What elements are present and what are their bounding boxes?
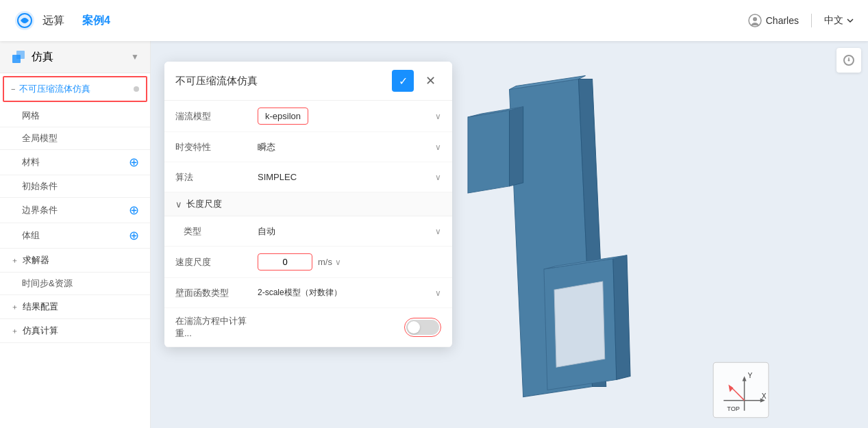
svg-rect-5 (16, 51, 25, 59)
header-right: Charles 中文 (748, 14, 854, 27)
wall-fn-row: 壁面函数类型 2-scale模型（对数律） ∨ (164, 278, 452, 308)
dialog-actions: ✓ ✕ (392, 70, 441, 92)
svg-marker-14 (510, 107, 523, 186)
time-property-arrow[interactable]: ∨ (435, 142, 441, 152)
wall-fn-value: 2-scale模型（对数律） ∨ (258, 287, 441, 299)
velocity-scale-row: 速度尺度 m/s ∨ (164, 247, 452, 278)
logo-icon (14, 10, 36, 32)
sidebar-title: 仿真 (32, 50, 53, 64)
simulation-icon (11, 49, 26, 64)
algorithm-value: SIMPLEC ∨ (258, 172, 441, 182)
sidebar-item-sim-compute[interactable]: ＋ 仿真计算 (0, 319, 150, 343)
type-value: 自动 ∨ (258, 225, 441, 238)
algorithm-select[interactable]: SIMPLEC (258, 172, 430, 182)
type-label: 类型 (175, 225, 258, 238)
sidebar-item-global-model[interactable]: 全局模型 (0, 127, 150, 150)
close-button[interactable]: ✕ (419, 70, 441, 92)
toggle-knob (408, 321, 420, 333)
language-selector[interactable]: 中文 (824, 14, 854, 27)
algorithm-row: 算法 SIMPLEC ∨ (164, 162, 452, 192)
wall-fn-select[interactable]: 2-scale模型（对数律） (258, 287, 430, 299)
time-property-label: 时变特性 (175, 141, 258, 153)
sidebar-item-boundary-condition[interactable]: 边界条件 ⊕ (0, 198, 150, 223)
sidebar-item-material[interactable]: 材料 ⊕ (0, 150, 150, 175)
length-scale-section: ∨ 长度尺度 (164, 192, 452, 216)
svg-marker-13 (468, 110, 510, 193)
gravity-turbulence-label: 在湍流方程中计算重... (175, 315, 258, 340)
result-config-label: 结果配置 (23, 301, 58, 313)
turbulence-model-arrow[interactable]: ∨ (435, 112, 441, 121)
main-layout: 仿真 ▼ − 不可压缩流体仿真 网格 全局模型 材料 ⊕ 初始条件 边界条件 ⊕… (0, 41, 868, 428)
gravity-turbulence-toggle-border (404, 318, 441, 337)
turbulence-model-value: k-epsilon ∨ (258, 108, 441, 125)
dialog-header: 不可压缩流体仿真 ✓ ✕ (164, 62, 452, 101)
algorithm-arrow[interactable]: ∨ (435, 173, 441, 182)
turbulence-model-row: 湍流模型 k-epsilon ∨ (164, 101, 452, 132)
sidebar-item-result-config[interactable]: ＋ 结果配置 (0, 295, 150, 319)
sidebar: 仿真 ▼ − 不可压缩流体仿真 网格 全局模型 材料 ⊕ 初始条件 边界条件 ⊕… (0, 41, 151, 428)
sidebar-item-initial-condition[interactable]: 初始条件 (0, 175, 150, 198)
type-arrow[interactable]: ∨ (435, 227, 441, 236)
sidebar-header-left: 仿真 (11, 49, 53, 64)
status-dot (134, 86, 139, 92)
dialog: 不可压缩流体仿真 ✓ ✕ 湍流模型 k-epsilon ∨ 时变特性 (164, 62, 452, 347)
add-boundary-icon[interactable]: ⊕ (129, 203, 139, 218)
body-group-label: 体组 (22, 229, 40, 242)
svg-text:Y: Y (748, 372, 753, 379)
time-property-select[interactable]: 瞬态 (258, 141, 430, 153)
type-row: 类型 自动 ∨ (164, 216, 452, 247)
velocity-scale-value: m/s ∨ (258, 253, 441, 270)
svg-marker-17 (554, 281, 605, 367)
time-property-row: 时变特性 瞬态 ∨ (164, 132, 452, 162)
solver-label: 求解器 (23, 254, 49, 266)
result-config-expand-icon: ＋ (11, 302, 18, 312)
sim-compute-label: 仿真计算 (23, 325, 58, 337)
svg-marker-18 (613, 255, 630, 380)
length-scale-label: 长度尺度 (186, 198, 222, 210)
wall-fn-arrow[interactable]: ∨ (435, 288, 441, 298)
dialog-body: 湍流模型 k-epsilon ∨ 时变特性 瞬态 ∨ 算法 (164, 101, 452, 347)
username: Charles (766, 15, 799, 26)
header-divider (811, 14, 812, 27)
sidebar-item-mesh[interactable]: 网格 (0, 105, 150, 127)
app-logo-text: 远算 (42, 14, 64, 28)
velocity-unit: m/s (318, 257, 332, 267)
material-label: 材料 (22, 156, 40, 168)
user-icon (748, 14, 762, 27)
velocity-unit-arrow[interactable]: ∨ (335, 257, 341, 267)
wall-fn-label: 壁面函数类型 (175, 287, 258, 299)
sidebar-collapse-icon[interactable]: ▼ (131, 52, 139, 62)
content-area: 不可压缩流体仿真 ✓ ✕ 湍流模型 k-epsilon ∨ 时变特性 (151, 41, 868, 428)
length-scale-collapse-icon[interactable]: ∨ (175, 199, 182, 210)
incompressible-label: 不可压缩流体仿真 (19, 83, 134, 95)
turbulence-model-select[interactable]: k-epsilon (258, 108, 308, 125)
time-property-value: 瞬态 ∨ (258, 141, 441, 153)
project-name: 案例4 (82, 14, 110, 28)
svg-text:X: X (762, 392, 767, 400)
algorithm-label: 算法 (175, 171, 258, 184)
svg-rect-20 (713, 362, 769, 418)
velocity-scale-input[interactable] (258, 253, 312, 270)
sim-compute-expand-icon: ＋ (11, 326, 18, 336)
dialog-title: 不可压缩流体仿真 (175, 75, 258, 88)
solver-expand-icon: ＋ (11, 255, 18, 266)
language-label: 中文 (824, 14, 843, 27)
type-select[interactable]: 自动 (258, 225, 430, 238)
sidebar-item-incompressible[interactable]: − 不可压缩流体仿真 (3, 76, 147, 102)
logo-area: 远算 案例4 (14, 10, 110, 32)
gravity-turbulence-toggle[interactable] (406, 320, 439, 335)
chevron-down-icon (846, 16, 854, 25)
sidebar-header: 仿真 ▼ (0, 41, 150, 73)
add-material-icon[interactable]: ⊕ (129, 155, 139, 170)
user-area[interactable]: Charles (748, 14, 799, 27)
axis-indicator: Y X TOP (713, 362, 769, 418)
sidebar-item-body-group[interactable]: 体组 ⊕ (0, 223, 150, 249)
svg-point-3 (753, 17, 757, 21)
sidebar-item-solver[interactable]: ＋ 求解器 (0, 249, 150, 273)
boundary-condition-label: 边界条件 (22, 204, 58, 216)
collapse-icon: − (11, 85, 15, 93)
sidebar-item-time-resource[interactable]: 时间步&资源 (0, 273, 150, 295)
add-body-group-icon[interactable]: ⊕ (129, 228, 139, 243)
gravity-turbulence-toggle-container (258, 318, 441, 337)
confirm-button[interactable]: ✓ (392, 70, 414, 92)
